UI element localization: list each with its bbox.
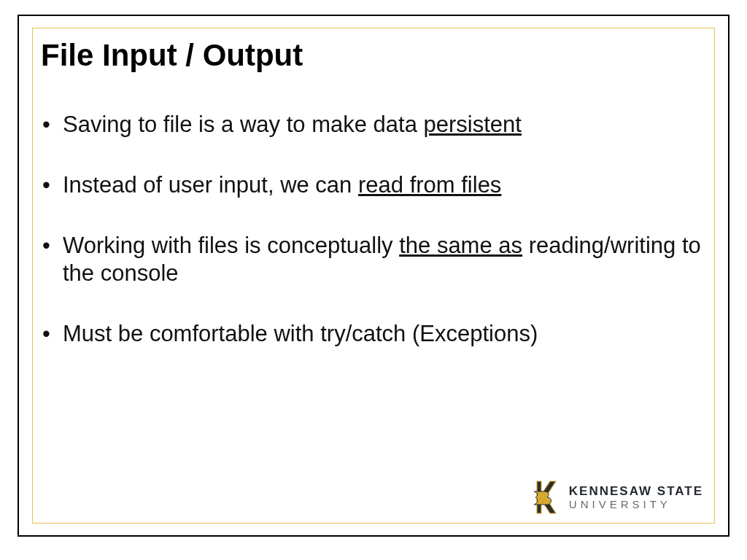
slide-content: File Input / Output Saving to file is a …: [41, 38, 706, 516]
logo-line1: KENNESAW STATE: [569, 485, 703, 497]
bullet-item: Working with files is conceptually the s…: [41, 232, 706, 289]
bullet-item: Must be comfortable with try/catch (Exce…: [41, 320, 706, 349]
university-logo: KENNESAW STATE UNIVERSITY: [530, 478, 703, 516]
bullet-text-pre: Saving to file is a way to make data: [63, 112, 424, 137]
bullet-item: Instead of user input, we can read from …: [41, 171, 706, 200]
bullet-text-pre: Must be comfortable with try/catch (Exce…: [63, 321, 538, 346]
bullet-text-underline: the same as: [399, 233, 522, 258]
bullet-text-underline: read from files: [358, 172, 501, 198]
bullet-item: Saving to file is a way to make data per…: [41, 111, 706, 139]
bullet-text-pre: Working with files is conceptually: [63, 233, 399, 258]
slide-title: File Input / Output: [41, 38, 706, 73]
bullet-list: Saving to file is a way to make data per…: [41, 111, 706, 349]
ks-logo-icon: [530, 478, 562, 516]
bullet-text-underline: persistent: [424, 112, 522, 137]
bullet-text-pre: Instead of user input, we can: [63, 172, 358, 198]
logo-line2: UNIVERSITY: [569, 499, 703, 510]
logo-text: KENNESAW STATE UNIVERSITY: [569, 485, 703, 510]
